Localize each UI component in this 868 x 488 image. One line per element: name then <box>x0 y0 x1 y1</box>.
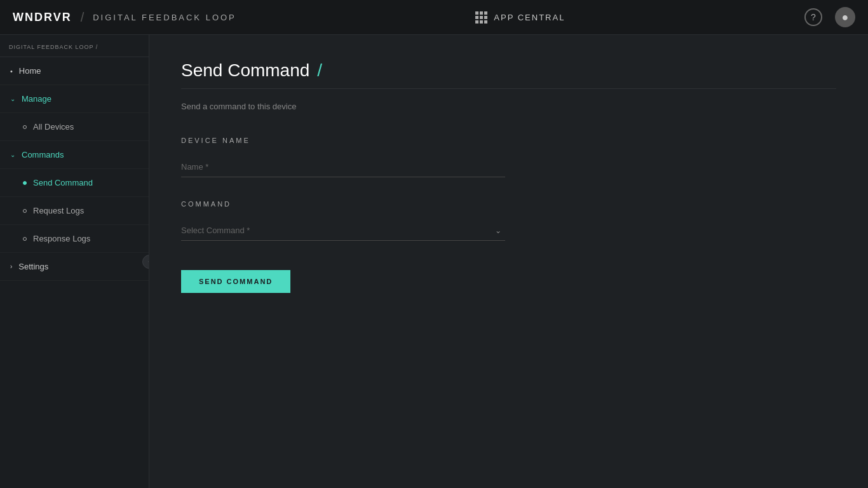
brand-logo: WNDRVR <box>13 11 72 24</box>
user-avatar[interactable]: ● <box>835 7 855 27</box>
help-icon[interactable]: ? <box>804 8 822 26</box>
page-title: Send Command <box>181 60 309 81</box>
collapse-icon: ‹ <box>148 258 149 265</box>
sub-dot-send-command-icon <box>23 181 27 185</box>
sidebar-item-response-logs[interactable]: Response Logs <box>0 225 149 253</box>
sidebar-item-all-devices[interactable]: All Devices <box>0 113 149 141</box>
sidebar: DIGITAL FEEDBACK LOOP / • Home ⌄ Manage … <box>0 35 149 488</box>
sidebar-all-devices-label: All Devices <box>33 122 74 132</box>
sidebar-item-manage[interactable]: ⌄ Manage <box>0 85 149 113</box>
brand-separator: / <box>81 10 85 25</box>
user-icon: ● <box>842 11 849 24</box>
device-name-input[interactable] <box>181 157 505 177</box>
sidebar-settings-label: Settings <box>18 262 48 271</box>
command-select[interactable]: Select Command * <box>181 220 505 241</box>
sidebar-manage-label: Manage <box>22 94 51 104</box>
nav-center[interactable]: APP CENTRAL <box>475 11 565 24</box>
brand-subtitle: DIGITAL FEEDBACK LOOP <box>93 13 236 22</box>
nav-brand: WNDRVR / DIGITAL FEEDBACK LOOP <box>13 10 236 25</box>
sidebar-item-home[interactable]: • Home <box>0 57 149 85</box>
sub-dot-response-logs-icon <box>23 237 27 241</box>
device-name-section: DEVICE NAME <box>181 137 836 177</box>
sub-dot-icon <box>23 125 27 129</box>
top-nav: WNDRVR / DIGITAL FEEDBACK LOOP APP CENTR… <box>0 0 868 35</box>
command-select-wrapper: Select Command * ⌄ <box>181 220 505 241</box>
content-area: Send Command / Send a command to this de… <box>149 35 868 488</box>
command-section: COMMAND Select Command * ⌄ <box>181 200 836 241</box>
page-title-separator: / <box>317 60 322 81</box>
app-central-label: APP CENTRAL <box>494 13 565 22</box>
main-layout: DIGITAL FEEDBACK LOOP / • Home ⌄ Manage … <box>0 35 868 488</box>
sidebar-item-settings[interactable]: › Settings <box>0 253 149 281</box>
sidebar-item-send-command[interactable]: Send Command <box>0 169 149 197</box>
nav-right: ? ● <box>804 7 855 27</box>
grid-apps-icon[interactable] <box>475 11 487 24</box>
send-command-button[interactable]: SEND COMMAND <box>181 270 290 293</box>
sidebar-commands-label: Commands <box>22 150 64 159</box>
chevron-down-commands-icon: ⌄ <box>10 151 15 158</box>
chevron-down-icon: ⌄ <box>10 95 15 102</box>
page-divider <box>181 88 836 89</box>
sidebar-request-logs-label: Request Logs <box>33 206 84 215</box>
sidebar-response-logs-label: Response Logs <box>33 234 90 243</box>
name-field-wrapper <box>181 157 505 177</box>
help-label: ? <box>811 12 816 22</box>
command-section-title: COMMAND <box>181 200 836 208</box>
sub-dot-request-logs-icon <box>23 209 27 213</box>
sidebar-breadcrumb: DIGITAL FEEDBACK LOOP / <box>0 35 149 57</box>
bullet-icon: • <box>10 67 13 75</box>
page-header: Send Command / <box>181 60 836 81</box>
sidebar-send-command-label: Send Command <box>33 178 93 187</box>
chevron-right-settings-icon: › <box>10 263 12 270</box>
page-description: Send a command to this device <box>181 102 836 111</box>
device-name-section-title: DEVICE NAME <box>181 137 836 144</box>
sidebar-item-commands[interactable]: ⌄ Commands <box>0 141 149 169</box>
sidebar-item-request-logs[interactable]: Request Logs <box>0 197 149 225</box>
sidebar-home-label: Home <box>19 66 41 76</box>
